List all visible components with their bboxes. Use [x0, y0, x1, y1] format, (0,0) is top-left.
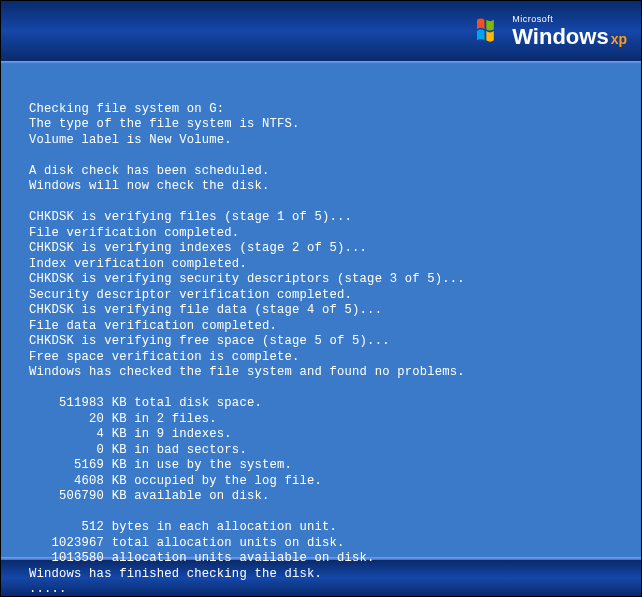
logo-company: Microsoft — [512, 15, 627, 24]
windows-flag-icon — [476, 17, 506, 45]
header-bar: Microsoft Windowsxp — [1, 1, 641, 61]
logo-product-name: Windows — [512, 26, 608, 48]
chkdsk-output-text: Checking file system on G: The type of t… — [29, 102, 465, 597]
logo-product: Windowsxp — [512, 26, 627, 48]
windows-logo: Microsoft Windowsxp — [476, 15, 627, 48]
logo-edition: xp — [611, 32, 627, 46]
logo-text: Microsoft Windowsxp — [512, 15, 627, 48]
chkdsk-console: Checking file system on G: The type of t… — [1, 64, 641, 557]
boot-screen: Microsoft Windowsxp Checking file system… — [0, 0, 642, 597]
